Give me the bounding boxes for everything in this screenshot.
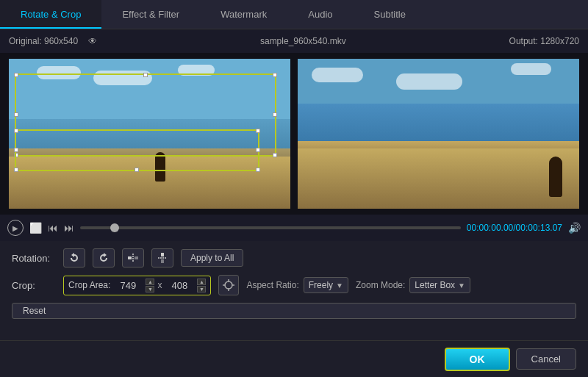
aspect-ratio-arrow: ▼ [336, 281, 343, 290]
handle-tr[interactable] [273, 73, 277, 77]
output-resolution: Output: 1280x720 [509, 36, 579, 46]
crop-row: Crop: Crop Area: ▲ ▼ x ▲ ▼ [12, 275, 576, 295]
original-resolution: Original: 960x540 [9, 36, 78, 46]
bottom-bar: OK Cancel [0, 340, 588, 377]
sand-right [298, 148, 579, 209]
tab-audio-label: Audio [308, 9, 332, 20]
tab-rotate-crop-label: Rotate & Crop [21, 9, 81, 20]
rotate-left-button[interactable] [63, 248, 85, 268]
handle-tl[interactable] [14, 73, 18, 77]
handle-lm[interactable] [14, 112, 18, 117]
reset-button[interactable]: Reset [12, 303, 576, 319]
beach-right-image [298, 59, 579, 209]
aspect-ratio-section: Aspect Ratio: Freely ▼ [246, 277, 348, 293]
width-spinner: ▲ ▼ [146, 279, 154, 292]
rotate-right-button[interactable] [93, 248, 115, 268]
play-button[interactable]: ▶ [7, 220, 24, 236]
crop-area-box: Crop Area: ▲ ▼ x ▲ ▼ [63, 276, 211, 295]
width-down-button[interactable]: ▼ [146, 286, 154, 292]
tab-subtitle-label: Subtitle [374, 9, 406, 20]
tab-effect-filter-label: Effect & Filter [122, 9, 179, 20]
crosshair-button[interactable] [218, 275, 239, 295]
svg-rect-3 [161, 253, 164, 256]
info-bar: Original: 960x540 👁 sample_960x540.mkv O… [0, 29, 588, 53]
zoom-mode-section: Zoom Mode: Letter Box ▼ [356, 277, 470, 293]
crop-width-input[interactable] [113, 280, 143, 291]
flip-vertical-button[interactable] [151, 248, 173, 268]
crop-height-input[interactable] [165, 280, 194, 291]
cloud-1 [37, 66, 81, 79]
rotation-label: Rotation: [12, 253, 56, 264]
height-up-button[interactable]: ▲ [197, 279, 206, 285]
cloud-3 [178, 65, 215, 76]
tab-audio[interactable]: Audio [287, 0, 353, 29]
sand-left [9, 157, 290, 209]
rotation-row: Rotation: Apply to All [12, 248, 576, 268]
ok-button[interactable]: OK [445, 348, 510, 371]
tab-watermark[interactable]: Watermark [200, 0, 287, 29]
cloud-2 [93, 71, 152, 85]
person-right [549, 157, 562, 197]
sea-right [298, 104, 579, 141]
preview-area [0, 53, 588, 215]
volume-icon[interactable]: 🔊 [568, 222, 581, 234]
next-frame-button[interactable]: ⏭ [64, 222, 74, 234]
aspect-ratio-label: Aspect Ratio: [246, 280, 298, 290]
progress-dot[interactable] [110, 223, 119, 232]
svg-rect-0 [128, 256, 132, 259]
sea-left [9, 119, 290, 149]
svg-point-6 [225, 281, 232, 289]
prev-frame-button[interactable]: ⏮ [48, 222, 58, 234]
current-time-value: 00:00:00.00 [467, 223, 513, 233]
cloud-r3 [511, 63, 551, 75]
total-time-value: 00:00:13.07 [516, 223, 562, 233]
preview-right [298, 59, 579, 209]
svg-rect-4 [161, 259, 164, 263]
playback-bar: ▶ ⬜ ⏮ ⏭ 00:00:00.00/00:00:13.07 🔊 [0, 215, 588, 241]
zoom-mode-arrow: ▼ [458, 281, 465, 290]
handle-rm[interactable] [273, 112, 277, 117]
tab-watermark-label: Watermark [220, 9, 267, 20]
person-left [155, 152, 165, 182]
stop-button[interactable]: ⬜ [29, 222, 42, 234]
filename: sample_960x540.mkv [260, 36, 346, 46]
height-down-button[interactable]: ▼ [197, 286, 206, 292]
apply-to-all-button[interactable]: Apply to All [181, 249, 243, 267]
beach-left-image [9, 59, 290, 209]
controls-area: Rotation: Apply to All [0, 241, 588, 326]
current-time: 00:00:00.00/00:00:13.07 [467, 223, 562, 233]
tab-bar: Rotate & Crop Effect & Filter Watermark … [0, 0, 588, 29]
zoom-mode-select[interactable]: Letter Box ▼ [409, 277, 470, 293]
zoom-mode-label: Zoom Mode: [356, 280, 405, 290]
cloud-r1 [312, 68, 363, 82]
zoom-mode-value: Letter Box [415, 280, 455, 290]
width-up-button[interactable]: ▲ [146, 279, 154, 285]
cloud-r2 [396, 73, 462, 90]
crop-area-label: Crop Area: [68, 280, 110, 290]
tab-rotate-crop[interactable]: Rotate & Crop [0, 0, 101, 29]
aspect-ratio-select[interactable]: Freely ▼ [304, 277, 348, 293]
height-spinner: ▲ ▼ [197, 279, 206, 292]
aspect-ratio-value: Freely [309, 280, 333, 290]
tab-effect-filter[interactable]: Effect & Filter [101, 0, 200, 29]
progress-track[interactable] [80, 226, 461, 229]
preview-left [9, 59, 290, 209]
x-separator: x [157, 280, 162, 290]
eye-icon[interactable]: 👁 [88, 36, 97, 46]
flip-horizontal-button[interactable] [122, 248, 144, 268]
cancel-button[interactable]: Cancel [516, 348, 576, 370]
svg-rect-1 [135, 256, 138, 259]
crop-label: Crop: [12, 280, 56, 291]
tab-subtitle[interactable]: Subtitle [354, 0, 426, 29]
